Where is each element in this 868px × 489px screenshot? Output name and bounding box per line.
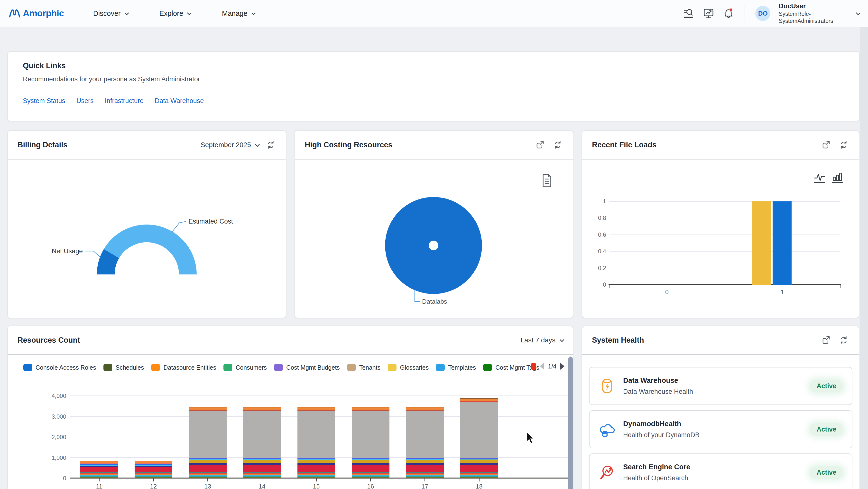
bar-segment <box>134 477 172 478</box>
avatar[interactable]: DO <box>755 6 770 21</box>
bar-segment <box>298 477 335 478</box>
resources-bar-15[interactable] <box>298 407 335 478</box>
nav-divider <box>745 5 745 22</box>
bar-segment <box>406 477 444 478</box>
resources-bar-12[interactable] <box>134 461 172 478</box>
user-block[interactable]: DocUser SystemRole- SystemAdministrators <box>779 2 833 24</box>
bar-segment <box>189 477 227 478</box>
billing-period-select[interactable]: September 2025 <box>200 141 258 149</box>
bar-segment <box>298 465 335 472</box>
user-role-line2: SystemAdministrators <box>779 18 833 25</box>
bar-segment <box>134 466 172 467</box>
resources-bar-18[interactable] <box>460 398 498 478</box>
nav-menu-explore-label: Explore <box>159 9 183 18</box>
recent-x-tick-label: 1 <box>773 288 792 296</box>
high-costing-title: High Costing Resources <box>305 141 392 149</box>
health-item-description: Health of your DynamoDB <box>623 431 700 439</box>
recent-gridline <box>610 268 840 268</box>
dashboard-page: Amorphic Discover Explore Manage <box>0 0 868 489</box>
health-item-search-engine-core[interactable]: Search Engine Core Health of OpenSearch … <box>589 453 852 489</box>
resources-bar-13[interactable] <box>189 407 227 478</box>
page-scrollbar[interactable] <box>860 27 868 489</box>
billing-details-card: Billing Details September 2025 Net Usage <box>7 130 286 318</box>
billing-header: Billing Details September 2025 <box>8 131 286 159</box>
health-item-description: Health of OpenSearch <box>623 473 690 482</box>
gauge-segment-0[interactable] <box>106 253 112 274</box>
notifications-bell-icon[interactable] <box>723 7 734 19</box>
bar-segment <box>460 463 498 465</box>
monitor-chart-icon[interactable] <box>703 7 714 19</box>
avatar-initials: DO <box>758 10 768 17</box>
bar-segment <box>298 411 335 458</box>
recent-bar-series-yellow[interactable] <box>752 202 771 285</box>
gauge-segment-1[interactable] <box>112 234 188 274</box>
gauge-label-estimated-cost: Estimated Cost <box>188 218 233 225</box>
bar-segment <box>189 407 227 409</box>
resources-card-scrollbar[interactable] <box>568 357 573 489</box>
health-item-dynamodb[interactable]: DynamodbHealth Health of your DynamoDB A… <box>589 410 852 448</box>
quick-links-card: Quick Links Recommendations for your per… <box>7 51 860 121</box>
health-item-title: Data Warehouse <box>623 376 693 385</box>
brand-logo[interactable]: Amorphic <box>9 7 64 19</box>
status-badge: Active <box>810 466 843 479</box>
resources-x-tick-label: 15 <box>298 483 335 489</box>
external-link-icon[interactable] <box>535 140 546 150</box>
top-nav: Amorphic Discover Explore Manage <box>0 0 868 27</box>
bar-segment <box>298 407 335 409</box>
bar-segment <box>352 463 390 465</box>
link-users[interactable]: Users <box>76 97 94 105</box>
recent-axis-tick <box>840 285 840 288</box>
bar-segment <box>189 465 227 472</box>
system-health-card: System Health <box>582 326 859 489</box>
link-system-status[interactable]: System Status <box>23 97 65 105</box>
link-infrastructure[interactable]: Infrastructure <box>105 97 144 105</box>
search-icon[interactable] <box>683 7 694 19</box>
recent-bar-series-blue[interactable] <box>773 202 792 285</box>
resources-x-tick-label: 16 <box>352 483 390 489</box>
resources-bar-14[interactable] <box>243 407 281 478</box>
system-health-title: System Health <box>592 336 644 344</box>
bar-segment <box>406 465 444 472</box>
nav-menu-discover[interactable]: Discover <box>93 9 128 18</box>
data-warehouse-icon <box>598 377 616 395</box>
resources-bar-17[interactable] <box>406 407 444 478</box>
bar-segment <box>352 465 390 472</box>
refresh-icon[interactable] <box>265 140 276 150</box>
bar-segment <box>406 463 444 465</box>
bar-segment <box>352 411 390 458</box>
user-name: DocUser <box>779 2 833 10</box>
bar-segment <box>243 463 281 465</box>
refresh-icon[interactable] <box>838 335 849 345</box>
chevron-down-icon <box>255 142 259 147</box>
external-link-icon[interactable] <box>821 335 832 345</box>
user-role-line1: SystemRole- <box>779 10 833 18</box>
bar-segment <box>460 402 498 458</box>
resources-bar-11[interactable] <box>80 461 118 478</box>
recent-y-tick-label: 0.2 <box>587 265 606 272</box>
nav-menu-explore[interactable]: Explore <box>159 9 190 18</box>
health-item-data-warehouse[interactable]: Data Warehouse Data Warehouse Health Act… <box>589 367 852 405</box>
user-menu-chevron-icon[interactable] <box>856 11 860 15</box>
link-data-warehouse[interactable]: Data Warehouse <box>155 97 204 105</box>
resources-count-card: Resources Count Last 7 days Console Acce… <box>7 326 573 489</box>
bar-segment <box>460 477 498 478</box>
resources-x-tick-label: 18 <box>460 483 498 489</box>
bar-segment <box>243 411 281 458</box>
gauge-label-net-usage: Net Usage <box>52 247 83 255</box>
resources-bar-16[interactable] <box>352 407 390 478</box>
recent-y-tick-label: 0.6 <box>587 231 606 238</box>
billing-gauge-chart: Net Usage Estimated Cost <box>8 159 286 318</box>
resources-axis-tick <box>153 479 154 482</box>
pie-label-datalabs: Datalabs <box>422 298 447 305</box>
billing-period-value: September 2025 <box>200 141 251 149</box>
bar-segment <box>243 477 281 478</box>
resources-axis-tick <box>316 479 317 482</box>
pie-center-hole <box>429 241 438 250</box>
chevron-down-icon <box>187 11 191 15</box>
nav-menu-manage[interactable]: Manage <box>222 9 255 18</box>
recent-gridline <box>610 218 840 218</box>
bar-segment <box>134 467 172 472</box>
recent-x-tick-label: 0 <box>657 288 677 296</box>
refresh-icon[interactable] <box>552 140 563 150</box>
resources-axis-tick <box>207 479 208 482</box>
